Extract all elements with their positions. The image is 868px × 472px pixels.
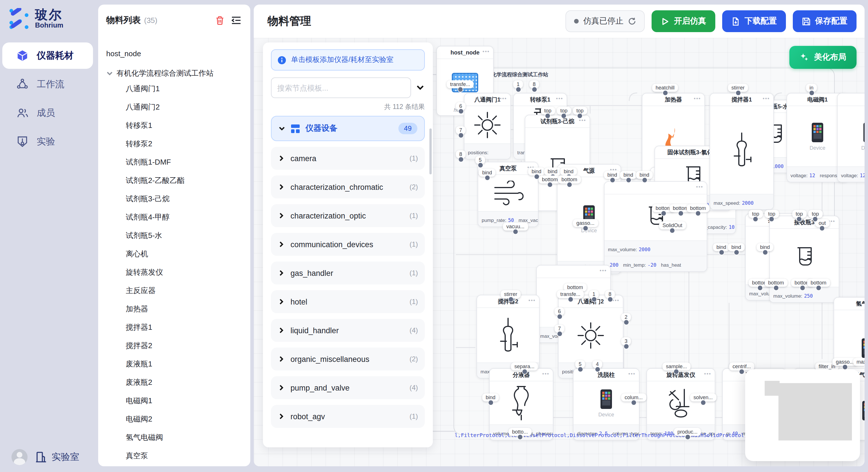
category-robot_agv[interactable]: robot_agv(1) — [271, 405, 425, 428]
logo[interactable]: 玻尔 Bohrium — [0, 0, 95, 30]
category-count: (4) — [410, 326, 418, 334]
category-count: (1) — [410, 298, 418, 306]
category-organic_miscellaneous[interactable]: organic_miscellaneous(2) — [271, 347, 425, 370]
category-pump_and_valve[interactable]: pump_and_valve(4) — [271, 376, 425, 399]
tree-item[interactable]: 电磁阀2 — [106, 410, 250, 429]
tree-item[interactable]: 离心机 — [106, 245, 250, 263]
scrollbar-thumb[interactable] — [429, 129, 432, 174]
sidebar-item-2[interactable]: 成员 — [2, 100, 93, 126]
header-actions: 仿真已停止 开启仿真 下载配置 保存配置 — [565, 10, 857, 32]
node-menu-icon[interactable]: ••• — [696, 184, 703, 190]
port-label-2: 2 — [621, 313, 631, 321]
node-title: 洗脱柱 — [598, 371, 615, 379]
tree-item[interactable]: 转移泵2 — [106, 135, 250, 153]
sidebar-item-lab[interactable]: 实验室 — [34, 451, 79, 463]
material-list-panel: 物料列表 (35) host_node 有机化学流程综合测试工作站 八通阀门1八… — [98, 5, 250, 466]
tree-item[interactable]: 废液瓶2 — [106, 373, 250, 392]
port-label-8: 8 — [456, 150, 466, 158]
node-menu-icon[interactable]: ••• — [483, 49, 490, 55]
graph-node-洗脱柱[interactable]: 洗脱柱•••Devicediameter:2.5column_type:si — [573, 368, 640, 440]
tree-item[interactable]: 旋转蒸发仪 — [106, 263, 250, 281]
graph-node-unnamed[interactable]: •••max_volume:2000200min_temp:-20has_hea… — [604, 181, 707, 272]
status-label: 仿真已停止 — [583, 16, 623, 26]
port-label-bind: bind — [482, 394, 499, 401]
sidebar-item-label: 实验 — [37, 136, 55, 148]
tree-item[interactable]: 试剂瓶5-水 — [106, 227, 250, 245]
sidebar-item-1[interactable]: 工作流 — [2, 71, 93, 98]
sidebar-item-0[interactable]: 仪器耗材 — [2, 42, 93, 69]
avatar[interactable] — [11, 449, 28, 465]
category-hotel[interactable]: hotel(1) — [271, 290, 425, 313]
tree-item[interactable]: 试剂瓶4-甲醇 — [106, 208, 250, 227]
tree-item[interactable]: 废液瓶1 — [106, 355, 250, 373]
tree-item[interactable]: 转移泵1 — [106, 116, 250, 135]
category-communication_devices[interactable]: communication_devices(1) — [271, 233, 425, 256]
app-root: 玻尔 Bohrium 仪器耗材工作流成员实验 实验室 物料列表 (35) — [0, 0, 868, 472]
node-menu-icon[interactable]: ••• — [763, 96, 770, 102]
tree-item[interactable]: 八通阀门1 — [106, 80, 250, 98]
category-count: (1) — [410, 212, 418, 220]
sidebar-bottom: 实验室 — [0, 449, 95, 465]
chevron-right-icon — [278, 270, 285, 276]
node-menu-icon[interactable]: ••• — [694, 96, 701, 102]
graph-node-八通阀门1[interactable]: 八通阀门1•••positions: — [464, 93, 511, 160]
sparkles-icon — [800, 53, 809, 62]
graph-canvas[interactable]: 有机化学流程综合测试工作站 host_node•••host_no...八通阀门… — [254, 38, 865, 466]
refresh-icon[interactable] — [628, 17, 636, 25]
sidebar-item-lab-label: 实验室 — [52, 451, 79, 463]
graph-node-八通阀门2[interactable]: 八通阀门2•••positions:8 — [558, 295, 623, 378]
tree-item[interactable]: 主反应器 — [106, 281, 250, 300]
delete-all-button[interactable] — [214, 14, 226, 26]
tree-item[interactable]: 搅拌器1 — [106, 318, 250, 337]
tree-item[interactable]: 试剂瓶1-DMF — [106, 153, 250, 171]
node-menu-icon[interactable]: ••• — [600, 268, 607, 274]
tree-item[interactable]: 试剂瓶2-乙酸乙酯 — [106, 171, 250, 190]
node-menu-icon[interactable]: ••• — [542, 371, 549, 377]
collapse-all-chevron-icon[interactable] — [415, 85, 425, 91]
category-characterization_optic[interactable]: characterization_optic(1) — [271, 204, 425, 227]
category-liquid_handler[interactable]: liquid_handler(4) — [271, 319, 425, 342]
trash-icon — [215, 15, 224, 25]
node-title: 加热器 — [665, 96, 682, 103]
tree-item[interactable]: 氢气电磁阀 — [106, 429, 250, 447]
chevron-right-icon — [278, 298, 285, 305]
port-label-vacuu: vacuu... — [503, 223, 528, 231]
graph-node-unnamed[interactable]: •••Devicevoltage:12 — [837, 93, 865, 182]
category-instruments[interactable]: 仪器设备 49 — [271, 116, 425, 141]
simulation-status[interactable]: 仿真已停止 — [565, 10, 645, 32]
search-input[interactable] — [271, 77, 411, 98]
node-menu-icon[interactable]: ••• — [556, 96, 563, 102]
node-menu-icon[interactable]: ••• — [628, 371, 636, 377]
tree-item[interactable]: 加热器 — [106, 300, 250, 318]
save-config-button[interactable]: 保存配置 — [793, 10, 857, 32]
tree-item[interactable]: 试剂瓶3-己烷 — [106, 190, 250, 208]
graph-node-搅拌器1[interactable]: 搅拌器1•••max_speed:2000 — [710, 93, 774, 210]
sidebar-item-3[interactable]: 实验 — [2, 129, 93, 155]
category-gas_handler[interactable]: gas_handler(1) — [271, 262, 425, 284]
port-label-5: 5 — [475, 156, 485, 164]
port-label-4: 4 — [592, 360, 602, 368]
collapse-list-button[interactable] — [229, 14, 242, 26]
download-config-button[interactable]: 下载配置 — [722, 10, 786, 32]
tree-item-host-node[interactable]: host_node — [106, 47, 250, 66]
tree-item[interactable]: 搅拌器2 — [106, 337, 250, 355]
main-panel: 物料管理 仿真已停止 开启仿真 下载配置 — [254, 5, 865, 466]
node-icon — [604, 194, 707, 240]
category-characterization_chromatic[interactable]: characterization_chromatic(2) — [271, 175, 425, 198]
template-hint-text: 单击模板添加仪器/耗材至实验室 — [291, 55, 394, 65]
chevron-right-icon — [278, 212, 285, 219]
tree-item-workstation[interactable]: 有机化学流程综合测试工作站 — [106, 66, 250, 80]
chevron-right-icon — [278, 413, 285, 420]
port-label-colum: colum... — [621, 394, 646, 401]
beautify-layout-button[interactable]: 美化布局 — [789, 46, 857, 69]
category-camera[interactable]: camera(1) — [271, 147, 425, 170]
node-menu-icon[interactable]: ••• — [612, 298, 619, 303]
node-menu-icon[interactable]: ••• — [528, 298, 536, 303]
node-menu-icon[interactable]: ••• — [704, 371, 711, 377]
start-simulation-button[interactable]: 开启仿真 — [652, 10, 715, 32]
tree-item[interactable]: 电磁阀1 — [106, 392, 250, 410]
tree-item[interactable]: 真空泵 — [106, 447, 250, 465]
port-label-top: top — [541, 107, 555, 115]
tree-item[interactable]: 八通阀门2 — [106, 98, 250, 116]
node-menu-icon[interactable]: ••• — [500, 96, 507, 102]
